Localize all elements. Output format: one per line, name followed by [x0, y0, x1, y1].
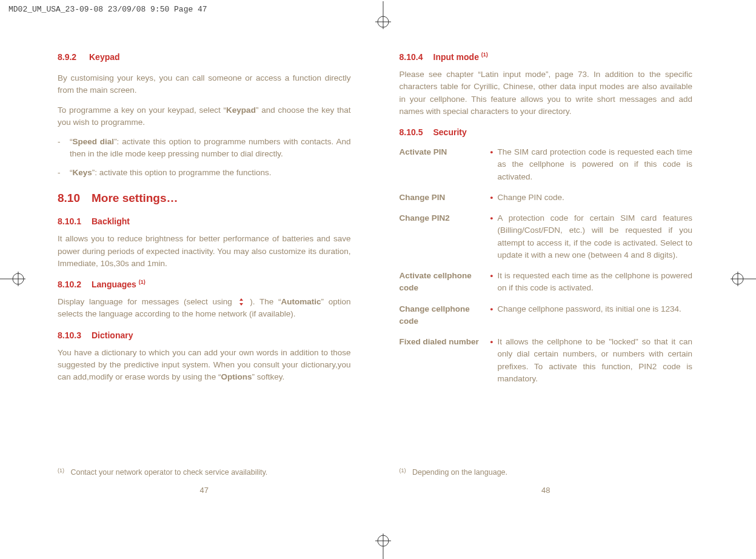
heading-8-10-1: 8.10.1Backlight — [58, 215, 351, 228]
list-item: - “Keys”: activate this option to progra… — [58, 167, 351, 179]
table-row: Change cellphone code •Change cellphone … — [400, 301, 693, 334]
heading-8-10-2: 8.10.2Languages (1) — [58, 278, 351, 291]
heading-8-10: 8.10More settings… — [58, 190, 351, 207]
footnote: (1) Depending on the language. — [400, 467, 693, 478]
registration-mark-top — [373, 1, 393, 32]
table-row: Change PIN •Change PIN code. — [400, 189, 693, 210]
para: By customising your keys, you can call s… — [58, 72, 351, 97]
heading-8-10-5: 8.10.5Security — [400, 126, 693, 139]
page-right: 8.10.4Input mode (1) Please see chapter … — [400, 51, 693, 507]
bullet-list: - “Speed dial”: activate this option to … — [58, 136, 351, 179]
security-table: Activate PIN •The SIM card protection co… — [400, 144, 693, 391]
table-row: Fixed dialed number •It allows the cellp… — [400, 333, 693, 391]
heading-8-10-3: 8.10.3Dictionary — [58, 329, 351, 342]
heading-8-9-2: 8.9.2Keypad — [58, 51, 351, 64]
para: Display language for messages (select us… — [58, 296, 351, 321]
table-row: Activate PIN •The SIM card protection co… — [400, 144, 693, 189]
para: You have a dictionary to which you can a… — [58, 347, 351, 384]
registration-mark-left — [0, 268, 27, 290]
imposition-slug: MD02_UM_USA_23-09-08 23/09/08 9:50 Page … — [8, 5, 207, 14]
registration-mark-right — [729, 268, 756, 290]
registration-mark-bottom — [373, 532, 393, 559]
para: Please see chapter “Latin input mode”, p… — [400, 69, 693, 118]
para: To programme a key on your keypad, selec… — [58, 104, 351, 129]
nav-updown-icon — [237, 298, 246, 306]
list-item: - “Speed dial”: activate this option to … — [58, 136, 351, 161]
page-number: 47 — [58, 484, 351, 497]
page-number: 48 — [400, 484, 693, 497]
heading-8-10-4: 8.10.4Input mode (1) — [400, 51, 693, 64]
footnote: (1) Contact your network operator to che… — [58, 467, 351, 478]
page-left: 8.9.2Keypad By customising your keys, yo… — [58, 51, 351, 507]
table-row: Activate cellphone code •It is requested… — [400, 267, 693, 301]
para: It allows you to reduce brightness for b… — [58, 233, 351, 270]
table-row: Change PIN2 •A protection code for certa… — [400, 210, 693, 267]
